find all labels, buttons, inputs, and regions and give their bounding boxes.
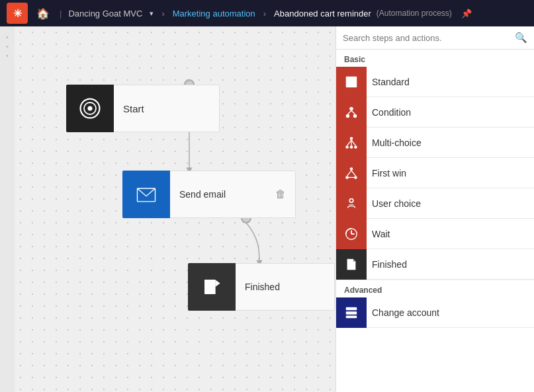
finished-icon	[188, 263, 236, 311]
firstwin-label: First win	[367, 168, 406, 178]
changeaccount-icon	[336, 297, 367, 328]
multichoice-label: Multi-choice	[367, 137, 422, 148]
wait-icon	[336, 219, 367, 249]
email-label-box: Send email 🗑	[170, 171, 296, 218]
dot-1: •	[6, 34, 9, 41]
svg-rect-36	[346, 307, 357, 310]
breadcrumb-arrow-2: ›	[263, 9, 266, 19]
breadcrumb-arrow-1: ›	[161, 9, 164, 19]
start-label: Start	[123, 103, 144, 114]
action-item-wait[interactable]: Wait	[336, 219, 534, 249]
firstwin-icon	[336, 158, 367, 188]
brand-name: Dancing Goat MVC	[68, 9, 142, 19]
svg-point-11	[349, 106, 353, 110]
svg-line-20	[347, 139, 351, 145]
start-icon	[66, 85, 114, 132]
svg-rect-38	[346, 315, 357, 318]
search-icon[interactable]: 🔍	[515, 32, 527, 44]
svg-line-14	[348, 110, 352, 114]
dot-3: •	[6, 53, 9, 59]
finished-node[interactable]: Finished	[188, 263, 335, 311]
standard-label: Standard	[367, 77, 410, 87]
finished-label: Finished	[245, 282, 280, 292]
svg-rect-10	[346, 76, 357, 87]
action-item-userchoice[interactable]: User choice	[336, 188, 534, 219]
delete-email-icon[interactable]: 🗑	[275, 188, 286, 200]
svg-point-13	[353, 114, 357, 118]
start-node[interactable]: Start	[66, 85, 220, 132]
finished-action-label: Finished	[367, 259, 407, 270]
email-label: Send email	[179, 189, 226, 200]
home-icon[interactable]: 🏠	[33, 3, 53, 23]
wait-label: Wait	[367, 229, 390, 239]
standard-icon	[336, 67, 367, 97]
svg-marker-9	[215, 280, 220, 287]
svg-point-23	[350, 167, 353, 171]
action-item-standard[interactable]: Standard	[336, 67, 534, 97]
action-list: Basic Standard	[336, 50, 534, 392]
svg-rect-37	[346, 311, 357, 315]
search-input[interactable]	[343, 33, 511, 43]
svg-line-15	[351, 110, 355, 114]
svg-point-19	[354, 145, 357, 149]
svg-point-17	[345, 145, 349, 149]
send-email-node[interactable]: Send email 🗑	[122, 171, 296, 218]
basic-section-label: Basic	[336, 50, 534, 67]
automation-canvas[interactable]: Start Send email 🗑	[15, 26, 335, 392]
action-item-condition[interactable]: Condition	[336, 97, 534, 128]
condition-icon	[336, 97, 367, 128]
nav-separator: |	[60, 9, 62, 19]
advanced-section-label: Advanced	[336, 280, 534, 297]
svg-marker-8	[204, 280, 215, 294]
action-item-finished[interactable]: Finished	[336, 249, 534, 280]
svg-marker-35	[353, 258, 356, 261]
pin-icon[interactable]: 📌	[461, 9, 472, 19]
userchoice-icon	[336, 188, 367, 219]
userchoice-label: User choice	[367, 198, 421, 209]
start-label-box: Start	[114, 85, 220, 132]
breadcrumb-marketing[interactable]: Marketing automation	[173, 9, 255, 19]
sidebar-dots: • • •	[0, 26, 15, 392]
svg-line-26	[347, 170, 351, 175]
page-tag: (Automation process)	[377, 9, 452, 18]
svg-point-5	[87, 106, 92, 110]
logo[interactable]: ✳	[7, 3, 28, 24]
svg-point-30	[349, 198, 353, 202]
finished-label-box: Finished	[236, 263, 335, 311]
email-icon	[122, 171, 170, 218]
finished-action-icon	[336, 249, 367, 280]
action-item-changeaccount[interactable]: Change account	[336, 297, 534, 328]
changeaccount-label: Change account	[367, 307, 439, 318]
svg-line-27	[351, 170, 355, 175]
dot-2: •	[6, 44, 9, 50]
search-box: 🔍	[336, 26, 534, 50]
page-title: Abandoned cart reminder	[274, 9, 371, 19]
top-navigation: ✳ 🏠 | Dancing Goat MVC ▾ › Marketing aut…	[0, 0, 534, 26]
action-item-multichoice[interactable]: Multi-choice	[336, 128, 534, 158]
svg-point-18	[350, 145, 353, 149]
right-panel: 🔍 Basic Standard	[335, 26, 534, 392]
action-item-firstwin[interactable]: First win	[336, 158, 534, 188]
brand-caret[interactable]: ▾	[150, 9, 154, 18]
main-layout: • • •	[0, 26, 534, 392]
svg-point-16	[350, 137, 353, 140]
condition-label: Condition	[367, 107, 411, 118]
svg-point-12	[346, 114, 350, 118]
multichoice-icon	[336, 128, 367, 158]
svg-line-22	[351, 139, 355, 145]
